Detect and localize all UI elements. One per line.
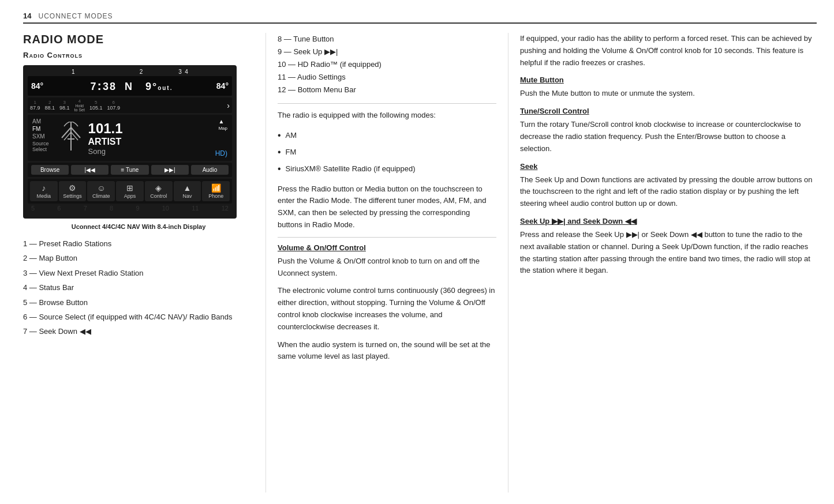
num-8: 8 <box>110 205 113 212</box>
settings-icon: ⚙ <box>69 183 76 193</box>
svg-line-2 <box>71 127 80 138</box>
list-item: 6 — Source Select (if equipped with 4C/4… <box>23 310 254 324</box>
source-sxm[interactable]: SXM <box>32 133 49 140</box>
list-item: 5 — Browse Button <box>23 296 254 309</box>
browse-button[interactable]: Browse <box>31 165 69 175</box>
radio-main-area: AM FM SXM SourceSelect <box>28 115 232 161</box>
num-9: 9 <box>136 205 139 212</box>
page-wrapper: 14 UCONNECT MODES Radio Mode Radio Contr… <box>0 0 834 504</box>
page-header: 14 UCONNECT MODES <box>23 12 817 24</box>
num-item-8: 8 — Tune Button <box>278 33 496 46</box>
nav-icon: ▲ <box>184 183 192 193</box>
num-10: 10 <box>162 205 169 212</box>
radio-bottom-bar: ♪ Media ⚙ Settings ☺ Climate ⊞ Apps <box>28 179 232 204</box>
forced-reset-text: If equipped, your radio has the ability … <box>520 33 817 69</box>
tune-text: Turn the rotary Tune/Scroll control knob… <box>520 119 817 155</box>
modes-list: AM FM SiriusXM® Satellite Radio (if equi… <box>278 127 496 177</box>
radio-display: 1 2 3 4 84° 7:38 N 9°out. 84° 187.9 288.… <box>23 65 237 219</box>
divider <box>278 103 496 104</box>
item-list: 1 — Preset Radio Stations 2 — Map Button… <box>23 237 254 338</box>
mode-sxm: SiriusXM® Satellite Radio (if equipped) <box>278 161 496 178</box>
page-header-title: UCONNECT MODES <box>38 12 113 20</box>
nav-button[interactable]: ▲ Nav <box>174 181 201 201</box>
right-column: If equipped, your radio has the ability … <box>508 33 817 492</box>
vol-para-3: When the audio system is turned on, the … <box>278 339 496 363</box>
list-item: 1 — Preset Radio Stations <box>23 237 254 250</box>
climate-icon: ☺ <box>97 183 105 193</box>
num-item-10: 10 — HD Radio™ (if equipped) <box>278 58 496 71</box>
freq-display: 7:38 N 9°out. <box>47 78 216 93</box>
vol-para-1: Push the Volume & On/Off control knob to… <box>278 255 496 280</box>
radio-controls-bar: Browse |◀◀ ≡ Tune ▶▶| Audio <box>28 163 232 177</box>
source-select[interactable]: SourceSelect <box>32 141 49 152</box>
vol-para-2: The electronic volume control turns cont… <box>278 285 496 333</box>
preset-5: 5105.1 <box>89 100 103 111</box>
source-fm[interactable]: FM <box>32 126 49 132</box>
preset-3: 398.1 <box>59 100 70 111</box>
preset-2: 288.1 <box>45 100 55 111</box>
prev-button[interactable]: |◀◀ <box>71 165 109 175</box>
numbered-list: 8 — Tune Button 9 — Seek Up ▶▶| 10 — HD … <box>278 33 496 96</box>
radio-presets-bar: 187.9 288.1 398.1 4Holdto Set 5105.1 610… <box>28 97 232 113</box>
subsection-title: Radio Controls <box>23 51 254 59</box>
settings-button[interactable]: ⚙ Settings <box>59 181 87 201</box>
subheading-seek-updown: Seek Up ▶▶| and Seek Down ◀◀ <box>520 217 817 225</box>
mode-am: AM <box>278 127 496 144</box>
tune-button[interactable]: ≡ Tune <box>111 165 148 175</box>
seek-updown-text: Press and release the Seek Up ▶▶| or See… <box>520 229 817 277</box>
climate-button[interactable]: ☺ Climate <box>87 181 115 201</box>
left-column: Radio Mode Radio Controls 1 2 3 4 84° 7:… <box>23 33 265 492</box>
apps-button[interactable]: ⊞ Apps <box>116 181 144 201</box>
preset-4: 4Holdto Set <box>74 99 85 112</box>
media-icon: ♪ <box>42 183 46 193</box>
apps-icon: ⊞ <box>126 183 133 193</box>
num-11: 11 <box>192 205 199 212</box>
apps-label: Apps <box>124 193 136 199</box>
antenna-icon <box>59 122 83 155</box>
num-7: 7 <box>84 205 87 212</box>
preset-arrow: › <box>227 101 230 110</box>
phone-icon: 📶 <box>211 183 221 193</box>
mode-fm: FM <box>278 144 496 161</box>
preset-6: 6107.9 <box>107 100 120 111</box>
list-item: 4 — Status Bar <box>23 281 254 294</box>
subheading-vol: Volume & On/Off Control <box>278 243 496 252</box>
list-item: 3 — View Next Preset Radio Station <box>23 266 254 280</box>
song-name: Song <box>88 147 215 156</box>
station-freq: 101.1 <box>88 121 215 137</box>
label-spacer <box>224 69 230 75</box>
phone-button[interactable]: 📶 Phone <box>202 181 230 201</box>
mute-text: Push the Mute button to mute or unmute t… <box>520 88 817 100</box>
middle-column: 8 — Tune Button 9 — Seek Up ▶▶| 10 — HD … <box>265 33 508 492</box>
source-list: AM FM SXM SourceSelect <box>32 118 49 157</box>
map-icon: ▲Map <box>218 118 227 131</box>
list-item: 7 — Seek Down ◀◀ <box>23 325 254 338</box>
climate-label: Climate <box>92 193 110 199</box>
next-button[interactable]: ▶▶| <box>151 165 189 175</box>
content-area: Radio Mode Radio Controls 1 2 3 4 84° 7:… <box>23 33 817 492</box>
num-item-9: 9 — Seek Up ▶▶| <box>278 46 496 58</box>
label-34: 3 4 <box>178 69 188 75</box>
label-2: 2 <box>140 69 143 75</box>
hd-badge: HD) <box>215 149 227 157</box>
settings-label: Settings <box>63 193 82 199</box>
num-12: 12 <box>222 205 229 212</box>
page-number: 14 <box>23 12 31 20</box>
number-labels-top: 1 2 3 4 <box>28 69 232 75</box>
divider-2 <box>278 237 496 238</box>
audio-button[interactable]: Audio <box>191 165 229 175</box>
antenna-area <box>59 118 83 157</box>
number-labels-bottom: 5 6 7 8 9 10 11 12 <box>28 204 232 213</box>
label-1: 1 <box>72 69 75 75</box>
media-button[interactable]: ♪ Media <box>30 181 58 201</box>
nav-label: Nav <box>182 193 192 199</box>
preset-1: 187.9 <box>30 100 40 111</box>
intro-text: The radio is equipped with the following… <box>278 110 496 122</box>
subheading-tune: Tune/Scroll Control <box>520 107 817 115</box>
source-am[interactable]: AM <box>32 118 49 125</box>
control-button[interactable]: ◈ Control <box>145 181 173 201</box>
media-label: Media <box>37 193 51 199</box>
num-6: 6 <box>57 205 61 212</box>
num-5: 5 <box>31 205 35 212</box>
num-item-12: 12 — Bottom Menu Bar <box>278 84 496 96</box>
